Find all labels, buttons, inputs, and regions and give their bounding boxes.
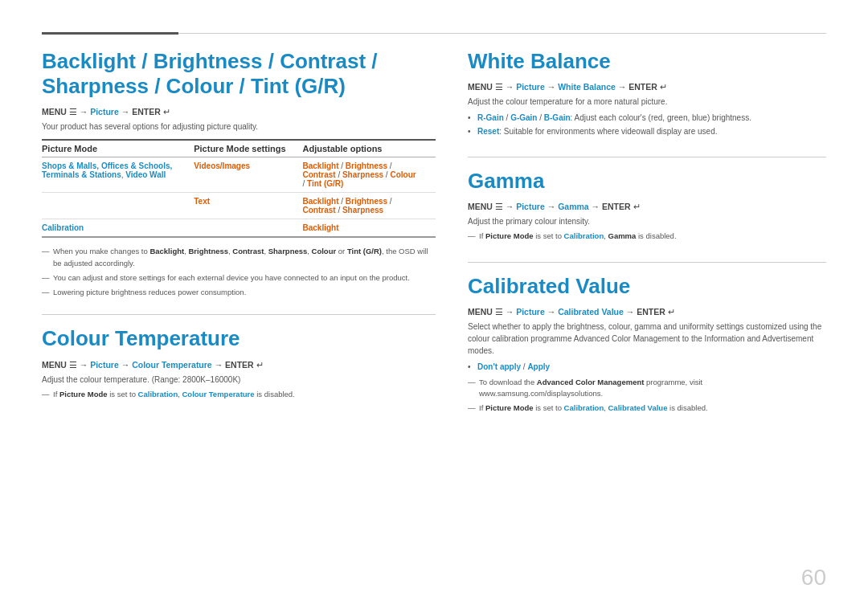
wb-arrow2: →	[545, 82, 558, 92]
left-column: Backlight / Brightness / Contrast / Shar…	[42, 49, 436, 581]
enter-label: ENTER	[132, 107, 163, 116]
white-balance-section: White Balance MENU ☰ → Picture → White B…	[468, 49, 826, 137]
gamma-enter-label: ENTER	[602, 202, 633, 211]
enter-icon: ↵	[163, 107, 170, 116]
cell-mode-1: Shops & Malls, Offices & Schools,Termina…	[42, 157, 194, 193]
cv-note-1: To download the Advanced Color Managemen…	[468, 377, 826, 400]
cv-note-2: If Picture Mode is set to Calibration, C…	[468, 403, 826, 414]
gamma-picture-link: Picture	[516, 202, 545, 211]
note-2: You can adjust and store settings for ea…	[42, 272, 436, 284]
cv-bullet-list: Don't apply / Apply	[468, 361, 826, 373]
cv-enter-label: ENTER	[637, 307, 668, 317]
cv-menu-icon: ☰	[495, 307, 503, 317]
menu-icon: ☰	[69, 107, 77, 116]
ct-note-picture-mode: Picture Mode	[59, 390, 108, 398]
gamma-note-gamma: Gamma	[608, 231, 637, 240]
right-divider-1	[468, 157, 826, 157]
cv-note-picture-mode: Picture Mode	[485, 403, 534, 412]
gamma-menu-label: MENU	[468, 202, 495, 211]
wb-bullet-2: Reset: Suitable for environments where v…	[468, 125, 826, 137]
colour-temp-menu-path: MENU ☰ → Picture → Colour Temperature → …	[42, 360, 436, 370]
colour-temperature-section: Colour Temperature MENU ☰ → Picture → Co…	[42, 314, 436, 399]
options-4: Sharpness	[342, 170, 383, 179]
right-column: White Balance MENU ☰ → Picture → White B…	[468, 49, 826, 581]
colour-temp-body: Adjust the colour temperature. (Range: 2…	[42, 374, 436, 386]
bold-sharpness: Sharpness	[268, 247, 308, 255]
bold-contrast: Contrast	[232, 247, 264, 255]
picture-mode-table: Picture Mode Picture Mode settings Adjus…	[42, 139, 436, 238]
cv-enter-icon: ↵	[668, 307, 675, 317]
ct-arrow1: →	[77, 360, 90, 370]
top-line-light	[178, 33, 826, 34]
gamma-title: Gamma	[468, 169, 826, 194]
bold-colour: Colour	[312, 247, 337, 255]
gamma-section: Gamma MENU ☰ → Picture → Gamma → ENTER ↵…	[468, 169, 826, 242]
table-row: Calibration Backlight	[42, 219, 436, 238]
mode-link-2: Video Wall	[125, 170, 166, 179]
ct-arrow2: →	[119, 360, 132, 370]
cv-picture-link: Picture	[516, 307, 545, 317]
intro-text: Your product has several options for adj…	[42, 121, 436, 133]
options-text-3: Contrast	[302, 206, 335, 215]
calibration-link: Calibration	[42, 223, 84, 232]
settings-option-2: Text	[194, 197, 210, 206]
note-1: When you make changes to Backlight, Brig…	[42, 246, 436, 269]
cv-menu-label: MENU	[468, 307, 495, 317]
options-2: Brightness	[346, 161, 387, 170]
wb-wb-link: White Balance	[558, 82, 616, 92]
cv-arrow3: →	[624, 307, 637, 317]
table-header-row: Picture Mode Picture Mode settings Adjus…	[42, 140, 436, 157]
ct-note-colour-temp: Colour Temperature	[182, 390, 255, 398]
settings-option-1: Videos/Images	[194, 161, 250, 170]
gamma-menu-icon: ☰	[495, 202, 503, 211]
options-3: Contrast	[302, 170, 335, 179]
options-calib: Backlight	[302, 223, 338, 232]
menu-label: MENU	[42, 107, 69, 116]
ct-picture-link: Picture	[90, 360, 119, 370]
section-divider	[42, 314, 436, 315]
cell-settings-2: Text	[194, 193, 302, 219]
table-row: Text Backlight / Brightness / Contrast /…	[42, 193, 436, 219]
wb-arrow1: →	[503, 82, 516, 92]
table-row: Shops & Malls, Offices & Schools,Termina…	[42, 157, 436, 193]
cell-settings-3	[194, 219, 302, 238]
colour-temp-title: Colour Temperature	[42, 326, 436, 351]
calibrated-value-title: Calibrated Value	[468, 274, 826, 299]
cv-arrow2: →	[545, 307, 558, 317]
cv-menu-path: MENU ☰ → Picture → Calibrated Value → EN…	[468, 307, 826, 317]
wb-menu-path: MENU ☰ → Picture → White Balance → ENTER…	[468, 82, 826, 92]
options-text-1: Backlight	[302, 197, 338, 206]
gamma-menu-path: MENU ☰ → Picture → Gamma → ENTER ↵	[468, 202, 826, 211]
options-text-2: Brightness	[346, 197, 387, 206]
col-header-mode: Picture Mode	[42, 140, 194, 157]
wb-picture-link: Picture	[516, 82, 545, 92]
wb-arrow3: →	[616, 82, 628, 92]
cv-note-acm: Advanced Color Management	[537, 378, 645, 386]
options-5: Colour	[390, 170, 416, 179]
note-3: Lowering picture brightness reduces powe…	[42, 287, 436, 298]
cv-note-cv: Calibrated Value	[608, 403, 668, 412]
picture-link: Picture	[90, 107, 119, 116]
cv-note-calibration: Calibration	[564, 403, 604, 412]
cell-settings-1: Videos/Images	[194, 157, 302, 193]
colour-temp-note: If Picture Mode is set to Calibration, C…	[42, 389, 436, 400]
wb-menu-label: MENU	[468, 82, 495, 92]
col-header-settings: Picture Mode settings	[194, 140, 302, 157]
options-1: Backlight	[302, 161, 338, 170]
cell-options-1: Backlight / Brightness / Contrast / Shar…	[302, 157, 436, 193]
ct-menu-icon: ☰	[69, 360, 77, 370]
options-6: Tint (G/R)	[307, 179, 343, 188]
cv-bullet-1: Don't apply / Apply	[468, 361, 826, 373]
page: Backlight / Brightness / Contrast / Shar…	[0, 0, 868, 613]
b-gain-link: B-Gain	[544, 113, 571, 122]
white-balance-title: White Balance	[468, 49, 826, 74]
bold-backlight: Backlight	[149, 247, 184, 255]
g-gain-link: G-Gain	[510, 113, 537, 122]
ct-colour-temp-link: Colour Temperature	[132, 360, 212, 370]
main-title: Backlight / Brightness / Contrast / Shar…	[42, 49, 436, 99]
apply-link: Apply	[527, 362, 550, 371]
r-gain-link: R-Gain	[477, 113, 504, 122]
cv-arrow1: →	[503, 307, 516, 317]
bold-brightness: Brightness	[188, 247, 228, 255]
gamma-arrow2: →	[545, 202, 558, 211]
